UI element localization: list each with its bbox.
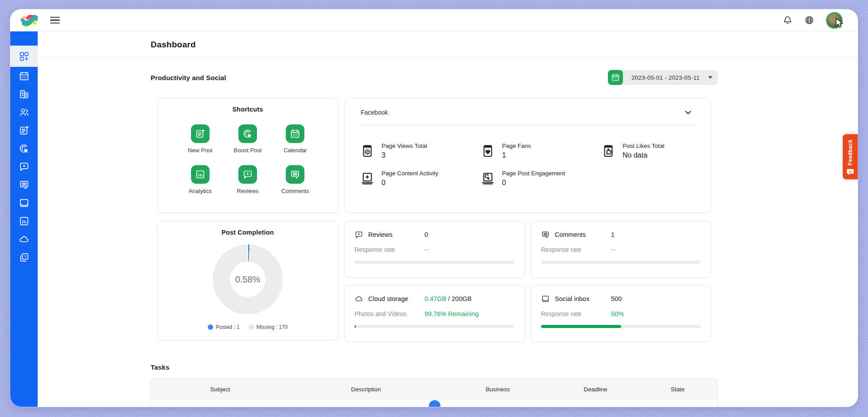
storage-value: 0.47GB / 200GB bbox=[424, 295, 515, 302]
card-value: 0 bbox=[424, 231, 515, 238]
storage-sub-label: Photos and Videos bbox=[354, 310, 424, 317]
help-icon: ? bbox=[19, 252, 30, 263]
shortcut-analytics[interactable]: Analytics bbox=[189, 165, 212, 194]
card-label: Comments bbox=[555, 231, 586, 238]
tasks-heading: Tasks bbox=[151, 363, 169, 371]
platform-select[interactable]: Facebook bbox=[361, 109, 697, 116]
inbox-icon bbox=[19, 197, 30, 208]
notifications-bell-icon[interactable] bbox=[782, 15, 793, 25]
divider bbox=[361, 125, 697, 125]
language-globe-icon[interactable] bbox=[804, 15, 814, 25]
response-rate-label: Response rate bbox=[541, 246, 611, 253]
facebook-stats-card: Facebook Page Views Total 3 bbox=[344, 98, 711, 213]
legend-posted: Posted : 1 bbox=[208, 324, 240, 330]
platform-selected-value: Facebook bbox=[361, 109, 388, 116]
date-range-picker[interactable]: 2023-05-01 - 2023-05-11 bbox=[608, 70, 718, 85]
legend-label: Posted : 1 bbox=[216, 324, 240, 330]
donut-legend: Posted : 1 Missing : 170 bbox=[158, 324, 338, 330]
card-value: 500 bbox=[611, 295, 701, 302]
sidebar-item-dashboard[interactable] bbox=[10, 46, 38, 67]
app-window: ? Dashboard Productivity and Social bbox=[10, 9, 858, 407]
sidebar-item-calendar[interactable] bbox=[10, 67, 38, 85]
chevron-down-icon bbox=[708, 76, 712, 79]
card-label: Social inbox bbox=[555, 295, 589, 302]
storage-used: 0.47GB bbox=[424, 295, 446, 302]
reviews-icon bbox=[238, 165, 257, 184]
legend-missing: Missing : 170 bbox=[249, 324, 288, 330]
sidebar-item-new-post[interactable] bbox=[10, 121, 38, 139]
page-views-icon bbox=[360, 143, 375, 158]
page-header: Dashboard bbox=[38, 31, 858, 58]
stat-page-views: Page Views Total 3 bbox=[360, 143, 480, 159]
stat-value: 0 bbox=[502, 179, 565, 187]
stat-label: Page Post Engagement bbox=[502, 170, 565, 177]
response-rate-value: -- bbox=[611, 246, 701, 253]
shortcut-boost-post[interactable]: Boost Post bbox=[234, 124, 262, 154]
card-value: 1 bbox=[611, 231, 701, 238]
users-icon bbox=[19, 107, 30, 118]
card-label: Reviews bbox=[368, 231, 393, 238]
sidebar-item-comments[interactable] bbox=[10, 176, 38, 194]
progress-bar bbox=[541, 325, 701, 328]
comments-bubble-icon bbox=[19, 179, 30, 190]
feedback-label: Feedback bbox=[847, 139, 853, 166]
post-engagement-icon bbox=[480, 171, 495, 186]
sidebar-item-contacts[interactable] bbox=[10, 103, 38, 121]
shortcut-new-post[interactable]: New Post bbox=[188, 124, 213, 154]
progress-bar bbox=[541, 261, 701, 264]
donut-center-value: 0.58% bbox=[235, 274, 261, 285]
tasks-table-header: Subject Description Business Deadline St… bbox=[151, 378, 717, 400]
facebook-stats: Page Views Total 3 Page Fans 1 bbox=[360, 143, 700, 187]
sidebar-item-boost[interactable] bbox=[10, 139, 38, 158]
response-rate-label: Response rate bbox=[541, 310, 611, 317]
topbar bbox=[10, 9, 858, 31]
shortcut-comments[interactable]: Comments bbox=[281, 165, 309, 194]
shortcut-calendar[interactable]: Calendar bbox=[284, 124, 307, 154]
cloud-storage-card: Cloud storage 0.47GB / 200GB Photos and … bbox=[344, 285, 525, 342]
stat-page-fans: Page Fans 1 bbox=[480, 143, 601, 159]
sidebar: ? bbox=[10, 31, 38, 407]
sidebar-item-reviews[interactable] bbox=[10, 158, 38, 176]
stat-label: Page Fans bbox=[502, 143, 531, 149]
app-logo-icon[interactable] bbox=[20, 12, 39, 28]
shortcuts-title: Shortcuts bbox=[158, 98, 338, 113]
sidebar-item-business[interactable] bbox=[10, 85, 38, 103]
post-completion-title: Post Completion bbox=[158, 221, 338, 236]
shortcut-label: Calendar bbox=[284, 147, 307, 154]
sidebar-item-help[interactable]: ? bbox=[10, 248, 38, 266]
progress-bar bbox=[354, 261, 515, 264]
reviews-card: Reviews 0 Response rate -- bbox=[344, 221, 525, 278]
sidebar-item-inbox[interactable] bbox=[10, 194, 38, 212]
page-fans-icon bbox=[480, 143, 495, 158]
social-inbox-card: Social inbox 500 Response rate 50% bbox=[531, 285, 711, 342]
calendar-button[interactable] bbox=[608, 70, 623, 85]
shortcuts-card: Shortcuts New Post Boost Post bbox=[157, 98, 338, 213]
main-content: Dashboard Productivity and Social 2023-0… bbox=[38, 31, 858, 407]
comments-card: Comments 1 Response rate -- bbox=[531, 221, 711, 278]
productivity-heading: Productivity and Social bbox=[151, 74, 226, 81]
comments-icon bbox=[286, 165, 304, 184]
mouse-cursor bbox=[835, 18, 845, 28]
menu-toggle-button[interactable] bbox=[50, 17, 60, 24]
storage-remaining: 99.76% Remaining bbox=[424, 310, 515, 317]
svg-text:?: ? bbox=[23, 254, 26, 259]
analytics-icon bbox=[191, 165, 210, 184]
shortcut-label: Comments bbox=[281, 188, 309, 194]
cloud-icon bbox=[354, 294, 363, 303]
sidebar-item-analytics[interactable] bbox=[10, 212, 38, 230]
column-business: Business bbox=[443, 386, 553, 393]
column-deadline: Deadline bbox=[553, 386, 638, 393]
dashboard-grid-icon bbox=[19, 51, 30, 62]
storage-total: 200GB bbox=[452, 295, 471, 302]
shortcut-reviews[interactable]: Reviews bbox=[237, 165, 258, 194]
reviews-bubble-icon bbox=[19, 161, 30, 172]
shortcut-label: Analytics bbox=[189, 188, 212, 194]
sidebar-item-cloud[interactable] bbox=[10, 230, 38, 248]
boost-click-icon bbox=[19, 143, 30, 154]
post-likes-icon bbox=[601, 143, 616, 158]
comments-icon bbox=[541, 230, 550, 239]
feedback-tab[interactable]: Feedback bbox=[843, 134, 858, 179]
card-label: Cloud storage bbox=[368, 295, 408, 302]
stat-value: 3 bbox=[381, 151, 427, 159]
legend-label: Missing : 170 bbox=[257, 324, 288, 330]
